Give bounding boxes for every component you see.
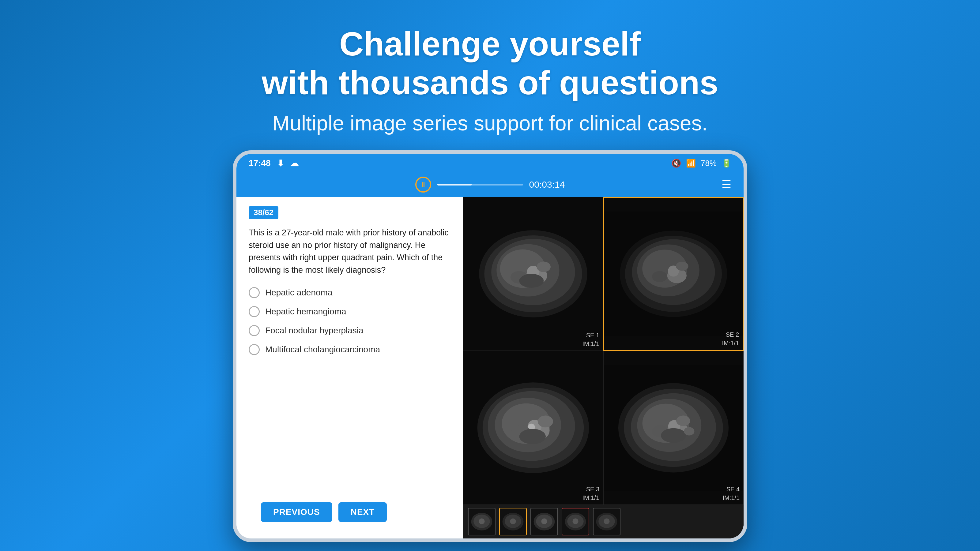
thumbnail-2[interactable] [499, 508, 527, 535]
subtitle: Multiple image series support for clinic… [261, 111, 718, 135]
image-label-se3: SE 3IM:1/1 [582, 485, 599, 502]
question-text: This is a 27-year-old male with prior hi… [249, 227, 451, 276]
answer-option-a[interactable]: Hepatic adenoma [249, 287, 451, 298]
answer-option-c[interactable]: Focal nodular hyperplasia [249, 325, 451, 336]
svg-point-32 [519, 429, 546, 444]
header-section: Challenge yourself with thousands of que… [261, 0, 718, 150]
progress-fill [438, 184, 472, 186]
image-cell-se3[interactable]: SE 3IM:1/1 [463, 351, 603, 505]
main-content: 38/62 This is a 27-year-old male with pr… [236, 197, 744, 538]
radio-a[interactable] [249, 287, 260, 298]
svg-point-19 [676, 262, 689, 271]
status-left: 17:48 ⬇ ☁ [249, 158, 299, 168]
thumbnail-strip [463, 505, 744, 538]
answer-option-b[interactable]: Hepatic hemangioma [249, 306, 451, 317]
svg-point-52 [510, 518, 516, 524]
title-line2: with thousands of questions [261, 64, 718, 101]
title-line1: Challenge yourself [339, 25, 641, 62]
tablet-device: 17:48 ⬇ ☁ 🔇 📶 78% 🔋 ⏸ 00:03:14 ☰ 38/62 [233, 150, 747, 542]
svg-point-41 [676, 416, 690, 426]
image-label-se2: SE 2IM:1/1 [722, 330, 739, 348]
thumbnail-4[interactable] [562, 508, 589, 535]
next-button[interactable]: NEXT [339, 502, 387, 522]
image-cell-se4[interactable]: SE 4IM:1/1 [603, 351, 744, 505]
answer-label-a: Hepatic adenoma [265, 288, 332, 297]
status-bar: 17:48 ⬇ ☁ 🔇 📶 78% 🔋 [236, 154, 744, 172]
radio-b[interactable] [249, 306, 260, 317]
svg-point-44 [684, 427, 694, 435]
answer-option-d[interactable]: Multifocal cholangiocarcinoma [249, 344, 451, 355]
status-time: 17:48 [249, 158, 271, 168]
pause-icon: ⏸ [420, 180, 427, 189]
image-label-se4: SE 4IM:1/1 [722, 485, 740, 502]
thumbnail-5[interactable] [593, 508, 620, 535]
answer-label-b: Hepatic hemangioma [265, 307, 346, 316]
radio-d[interactable] [249, 344, 260, 355]
wifi-icon: 📶 [686, 159, 696, 168]
svg-point-20 [652, 271, 667, 282]
svg-point-56 [541, 518, 547, 524]
thumbnail-3[interactable] [530, 508, 558, 535]
main-title: Challenge yourself with thousands of que… [261, 24, 718, 102]
answer-label-d: Multifocal cholangiocarcinoma [265, 345, 380, 354]
previous-button[interactable]: PREVIOUS [261, 502, 332, 522]
app-toolbar: ⏸ 00:03:14 ☰ [236, 172, 744, 197]
thumbnail-1[interactable] [468, 508, 495, 535]
image-panel: SE 1IM:1/1 [463, 197, 744, 538]
svg-point-60 [573, 518, 578, 524]
progress-bar [438, 184, 523, 186]
nav-buttons: PREVIOUS NEXT [249, 495, 451, 529]
timer-display: 00:03:14 [529, 179, 565, 190]
status-right: 🔇 📶 78% 🔋 [671, 159, 731, 168]
image-grid: SE 1IM:1/1 [463, 197, 744, 505]
cloud-icon: ☁ [290, 158, 299, 168]
battery-text: 78% [701, 159, 717, 168]
question-panel: 38/62 This is a 27-year-old male with pr… [236, 197, 463, 538]
answer-options: Hepatic adenoma Hepatic hemangioma Focal… [249, 287, 451, 495]
answer-label-c: Focal nodular hyperplasia [265, 326, 364, 335]
question-badge: 38/62 [249, 206, 278, 219]
svg-point-64 [604, 518, 609, 524]
svg-point-43 [661, 428, 686, 443]
svg-point-30 [538, 416, 553, 428]
svg-point-48 [479, 518, 485, 524]
radio-c[interactable] [249, 325, 260, 336]
download-icon: ⬇ [277, 158, 284, 168]
svg-point-8 [536, 262, 550, 272]
image-cell-se1[interactable]: SE 1IM:1/1 [463, 197, 603, 351]
menu-button[interactable]: ☰ [722, 178, 731, 191]
pause-button[interactable]: ⏸ [415, 176, 431, 192]
timer-section: ⏸ 00:03:14 [415, 176, 565, 192]
battery-icon: 🔋 [722, 159, 731, 168]
image-label-se1: SE 1IM:1/1 [582, 331, 599, 348]
svg-point-10 [519, 274, 544, 288]
mute-icon: 🔇 [671, 159, 681, 168]
image-cell-se2[interactable]: SE 2IM:1/1 [603, 197, 744, 351]
